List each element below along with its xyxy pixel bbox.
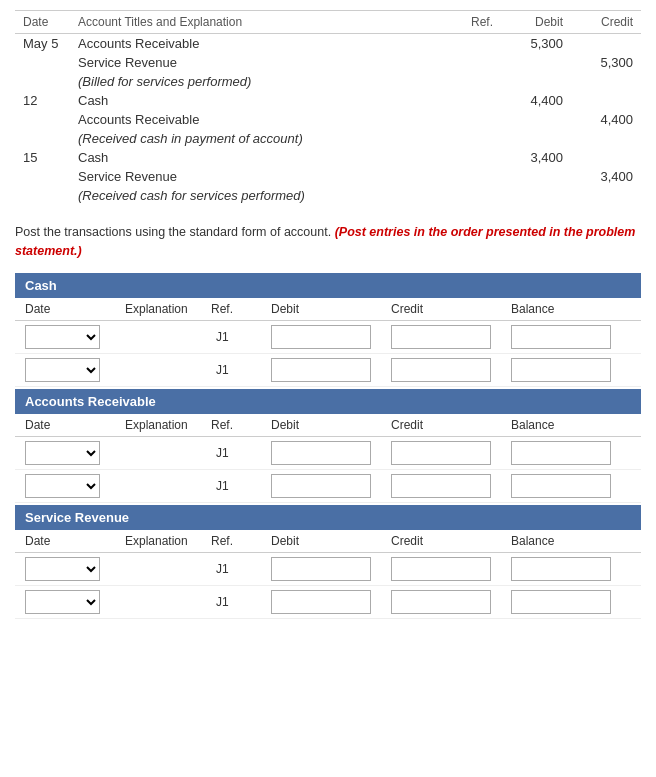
ledger-credit-input-0-0[interactable]: [391, 325, 491, 349]
journal-date: 12: [15, 91, 70, 110]
journal-row: Service Revenue3,400: [15, 167, 641, 186]
journal-ref: [456, 72, 501, 91]
ledger-col-1: Explanation: [125, 534, 211, 548]
journal-date: [15, 110, 70, 129]
journal-debit: [501, 167, 571, 186]
ledger-credit-input-1-1[interactable]: [391, 474, 491, 498]
ledger-section-accounts-receivable: Accounts ReceivableDateExplanationRef.De…: [15, 389, 641, 503]
journal-credit: [571, 72, 641, 91]
ledger-col-3: Debit: [271, 302, 391, 316]
journal-row: 12Cash4,400: [15, 91, 641, 110]
ledger-col-4: Credit: [391, 418, 511, 432]
ledger-col-5: Balance: [511, 418, 631, 432]
ledger-credit-input-2-1[interactable]: [391, 590, 491, 614]
journal-title: (Received cash for services performed): [70, 186, 456, 205]
ledger-debit-input-2-1[interactable]: [271, 590, 371, 614]
journal-date: [15, 186, 70, 205]
ledger-col-3: Debit: [271, 418, 391, 432]
ledger-debit-input-2-0[interactable]: [271, 557, 371, 581]
col-debit: Debit: [501, 11, 571, 34]
ledger-section-service-revenue: Service RevenueDateExplanationRef.DebitC…: [15, 505, 641, 619]
ledger-debit-input-1-0[interactable]: [271, 441, 371, 465]
ledger-row-1-1: J1: [15, 470, 641, 503]
ledger-header-0: Cash: [15, 273, 641, 298]
journal-ref: [456, 129, 501, 148]
journal-row: (Received cash in payment of account): [15, 129, 641, 148]
ledger-date-select-0-0[interactable]: [25, 325, 100, 349]
ledger-debit-input-1-1[interactable]: [271, 474, 371, 498]
journal-title: (Received cash in payment of account): [70, 129, 456, 148]
ledger-balance-input-1-1[interactable]: [511, 474, 611, 498]
journal-date: [15, 53, 70, 72]
col-credit: Credit: [571, 11, 641, 34]
journal-ref: [456, 167, 501, 186]
instruction-normal: Post the transactions using the standard…: [15, 225, 331, 239]
journal-title: Accounts Receivable: [70, 34, 456, 54]
journal-row: May 5Accounts Receivable5,300: [15, 34, 641, 54]
ledger-col-headers-2: DateExplanationRef.DebitCreditBalance: [15, 530, 641, 553]
ledger-balance-input-0-0[interactable]: [511, 325, 611, 349]
ledger-ref-2-1: J1: [211, 595, 271, 609]
ledger-row-0-1: J1: [15, 354, 641, 387]
ledger-date-select-1-1[interactable]: [25, 474, 100, 498]
journal-title: Cash: [70, 148, 456, 167]
ledger-debit-input-0-0[interactable]: [271, 325, 371, 349]
ledger-date-select-1-0[interactable]: [25, 441, 100, 465]
ledger-col-4: Credit: [391, 302, 511, 316]
col-date: Date: [15, 11, 70, 34]
ledger-col-0: Date: [25, 302, 125, 316]
journal-title: Cash: [70, 91, 456, 110]
ledger-date-select-0-1[interactable]: [25, 358, 100, 382]
journal-debit: 5,300: [501, 34, 571, 54]
ledger-balance-input-2-0[interactable]: [511, 557, 611, 581]
journal-ref: [456, 53, 501, 72]
journal-title: Service Revenue: [70, 53, 456, 72]
ledger-credit-input-1-0[interactable]: [391, 441, 491, 465]
ledger-col-5: Balance: [511, 534, 631, 548]
ledger-header-1: Accounts Receivable: [15, 389, 641, 414]
ledger-col-headers-0: DateExplanationRef.DebitCreditBalance: [15, 298, 641, 321]
ledger-credit-input-2-0[interactable]: [391, 557, 491, 581]
ledger-col-headers-1: DateExplanationRef.DebitCreditBalance: [15, 414, 641, 437]
ledger-header-2: Service Revenue: [15, 505, 641, 530]
ledger-col-2: Ref.: [211, 418, 271, 432]
ledger-balance-input-0-1[interactable]: [511, 358, 611, 382]
ledger-balance-input-1-0[interactable]: [511, 441, 611, 465]
ledger-row-2-1: J1: [15, 586, 641, 619]
journal-credit: [571, 129, 641, 148]
journal-debit: [501, 186, 571, 205]
journal-ref: [456, 186, 501, 205]
ledger-ref-0-0: J1: [211, 330, 271, 344]
journal-ref: [456, 34, 501, 54]
ledger-date-select-2-0[interactable]: [25, 557, 100, 581]
ledger-section-cash: CashDateExplanationRef.DebitCreditBalanc…: [15, 273, 641, 387]
ledger-row-0-0: J1: [15, 321, 641, 354]
journal-title: Service Revenue: [70, 167, 456, 186]
journal-date: 15: [15, 148, 70, 167]
journal-debit: [501, 110, 571, 129]
journal-title: Accounts Receivable: [70, 110, 456, 129]
journal-title: (Billed for services performed): [70, 72, 456, 91]
ledger-debit-input-0-1[interactable]: [271, 358, 371, 382]
ledger-col-3: Debit: [271, 534, 391, 548]
journal-ref: [456, 148, 501, 167]
ledger-ref-1-1: J1: [211, 479, 271, 493]
journal-ref: [456, 110, 501, 129]
ledger-balance-input-2-1[interactable]: [511, 590, 611, 614]
ledger-col-0: Date: [25, 418, 125, 432]
journal-debit: [501, 129, 571, 148]
journal-credit: 5,300: [571, 53, 641, 72]
ledger-row-1-0: J1: [15, 437, 641, 470]
ledger-ref-1-0: J1: [211, 446, 271, 460]
journal-debit: [501, 53, 571, 72]
journal-date: May 5: [15, 34, 70, 54]
ledger-credit-input-0-1[interactable]: [391, 358, 491, 382]
ledger-col-2: Ref.: [211, 534, 271, 548]
ledger-date-select-2-1[interactable]: [25, 590, 100, 614]
ledger-ref-2-0: J1: [211, 562, 271, 576]
journal-table: Date Account Titles and Explanation Ref.…: [15, 10, 641, 205]
ledgers-container: CashDateExplanationRef.DebitCreditBalanc…: [15, 273, 641, 621]
ledger-col-1: Explanation: [125, 302, 211, 316]
journal-row: Accounts Receivable4,400: [15, 110, 641, 129]
journal-row: 15Cash3,400: [15, 148, 641, 167]
